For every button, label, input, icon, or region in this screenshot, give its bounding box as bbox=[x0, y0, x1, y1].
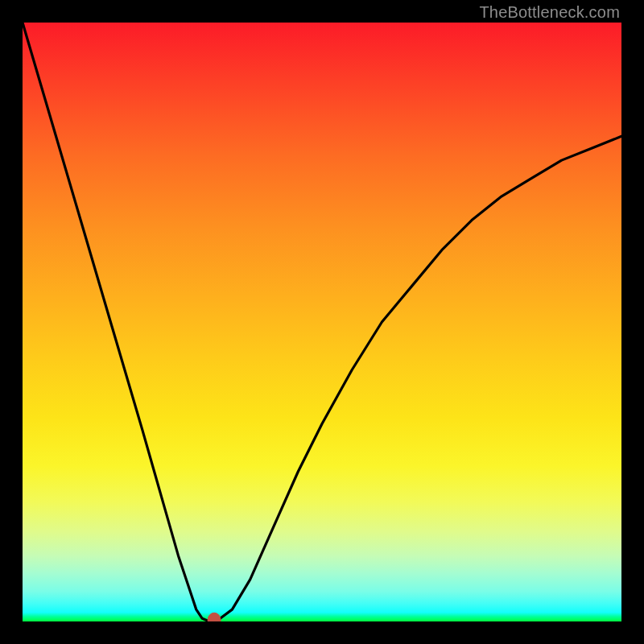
bottleneck-curve-line bbox=[23, 23, 621, 621]
watermark-text: TheBottleneck.com bbox=[479, 3, 620, 22]
chart-svg bbox=[23, 23, 621, 621]
chart-plot-area bbox=[23, 23, 621, 621]
chart-frame: TheBottleneck.com bbox=[0, 0, 644, 644]
optimum-marker bbox=[208, 613, 221, 621]
